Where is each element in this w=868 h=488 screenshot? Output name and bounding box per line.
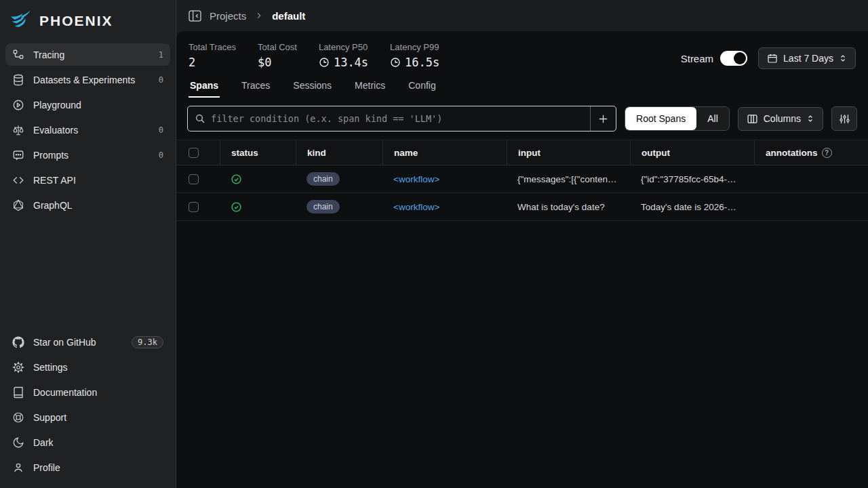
stat-total-traces: Total Traces 2	[189, 42, 236, 69]
sidebar-item-theme-dark[interactable]: Dark	[5, 431, 170, 453]
gear-icon	[12, 361, 24, 373]
tab-traces[interactable]: Traces	[240, 76, 271, 98]
sidebar-item-graphql[interactable]: GraphQL	[5, 194, 170, 216]
phoenix-bird-icon	[9, 9, 33, 33]
sidebar-item-label: Documentation	[33, 387, 97, 398]
sidebar-item-label: Profile	[33, 462, 60, 473]
sidebar-item-playground[interactable]: Playground	[5, 94, 170, 116]
column-header-status[interactable]: status	[220, 140, 296, 165]
phoenix-logo[interactable]: PHOENIX	[0, 0, 176, 43]
breadcrumb-projects[interactable]: Projects	[210, 10, 246, 22]
stat-label: Latency P99	[390, 42, 439, 52]
header-right-controls: Stream Last 7 Days	[681, 47, 856, 69]
sidebar-nav-top: Tracing 1 Datasets & Experiments 0 Playg…	[0, 43, 176, 216]
stat-label: Total Cost	[258, 42, 297, 52]
stream-label: Stream	[681, 53, 713, 64]
github-star-count-badge: 9.3k	[132, 336, 163, 348]
column-header-input[interactable]: input	[507, 140, 630, 165]
moon-icon	[12, 436, 24, 449]
logo-text: PHOENIX	[39, 13, 113, 29]
time-range-value: Last 7 Days	[783, 53, 833, 64]
sidebar-nav-bottom: Star on GitHub 9.3k Settings Documentati…	[0, 331, 176, 488]
span-name-link[interactable]: <workflow>	[393, 202, 439, 212]
evaluators-icon	[12, 124, 24, 136]
tab-sessions[interactable]: Sessions	[292, 76, 333, 98]
columns-icon	[747, 113, 758, 125]
status-ok-icon	[231, 174, 285, 185]
row-checkbox[interactable]	[176, 174, 220, 184]
stat-latency-p50: Latency P50 13.4s	[319, 42, 368, 69]
book-icon	[12, 386, 24, 399]
span-output-cell: {"id":"37785fcc-65b4-…	[630, 174, 754, 184]
column-header-kind[interactable]: kind	[296, 140, 382, 165]
stat-value[interactable]: $0	[258, 56, 297, 69]
stats-group: Total Traces 2 Total Cost $0 Latency P50…	[189, 42, 439, 69]
sidebar-item-github-star[interactable]: Star on GitHub 9.3k	[5, 331, 170, 353]
status-ok-icon	[231, 201, 285, 213]
project-panel: Total Traces 2 Total Cost $0 Latency P50…	[176, 31, 868, 488]
span-input-cell: {"messages":[{"conten…	[507, 174, 630, 184]
stat-value: 13.4s	[319, 56, 368, 69]
code-brackets-icon	[12, 174, 24, 186]
evaluators-count: 0	[159, 125, 163, 135]
sidebar: PHOENIX Tracing 1 Datasets & Experiments…	[0, 0, 176, 488]
datasets-count: 0	[159, 75, 163, 85]
stat-value: 2	[189, 56, 236, 69]
add-filter-button[interactable]	[590, 106, 616, 131]
datasets-icon	[12, 74, 24, 86]
column-header-output[interactable]: output	[630, 140, 754, 165]
help-icon[interactable]: ?	[822, 148, 832, 158]
search-icon	[195, 113, 205, 124]
person-icon	[12, 462, 24, 474]
sidebar-item-settings[interactable]: Settings	[5, 356, 170, 378]
columns-button[interactable]: Columns	[738, 107, 823, 131]
stats-bar: Total Traces 2 Total Cost $0 Latency P50…	[176, 31, 868, 76]
sidebar-item-label: Support	[33, 412, 66, 423]
clock-icon	[390, 57, 401, 68]
segment-all[interactable]: All	[696, 107, 729, 130]
sidebar-item-label: Settings	[33, 362, 68, 373]
span-kind-badge: chain	[307, 172, 340, 186]
sidebar-item-datasets[interactable]: Datasets & Experiments 0	[5, 68, 170, 91]
sidebar-item-profile[interactable]: Profile	[5, 456, 170, 479]
tab-spans[interactable]: Spans	[189, 76, 220, 98]
sidebar-item-label: Dark	[33, 437, 54, 448]
table-row[interactable]: chain <workflow> {"messages":[{"conten… …	[176, 165, 868, 193]
sidebar-item-prompts[interactable]: Prompts 0	[5, 144, 170, 166]
spans-table-body: chain <workflow> {"messages":[{"conten… …	[176, 165, 868, 488]
span-input-cell: What is today's date?	[507, 202, 630, 212]
table-row[interactable]: chain <workflow> What is today's date? T…	[176, 193, 868, 221]
chevron-up-down-icon	[806, 114, 814, 123]
chevron-up-down-icon	[839, 54, 847, 63]
sidebar-item-documentation[interactable]: Documentation	[5, 381, 170, 403]
segment-root-spans[interactable]: Root Spans	[625, 107, 696, 130]
sidebar-collapse-icon[interactable]	[189, 10, 201, 22]
project-tabs: Spans Traces Sessions Metrics Config	[176, 76, 868, 98]
stat-total-cost: Total Cost $0	[258, 42, 297, 69]
stream-toggle[interactable]	[720, 51, 747, 66]
stream-control: Stream	[681, 51, 747, 66]
time-range-selector[interactable]: Last 7 Days	[758, 47, 856, 69]
select-all-checkbox[interactable]	[176, 148, 220, 158]
tab-config[interactable]: Config	[407, 76, 437, 98]
sidebar-item-rest-api[interactable]: REST API	[5, 169, 170, 191]
filter-condition-input[interactable]	[211, 106, 590, 131]
tab-metrics[interactable]: Metrics	[353, 76, 387, 98]
sidebar-item-label: REST API	[33, 175, 76, 186]
spans-toolbar: Root Spans All Columns	[176, 98, 868, 140]
sidebar-item-evaluators[interactable]: Evaluators 0	[5, 119, 170, 141]
span-output-cell: Today's date is 2026-…	[630, 202, 754, 212]
prompts-icon	[12, 149, 24, 161]
column-header-annotations[interactable]: annotations ?	[754, 140, 868, 165]
columns-label: Columns	[764, 113, 801, 124]
display-settings-button[interactable]	[831, 106, 857, 131]
sidebar-item-support[interactable]: Support	[5, 406, 170, 428]
sidebar-item-tracing[interactable]: Tracing 1	[5, 43, 170, 66]
filter-condition-box	[187, 106, 616, 131]
column-header-name[interactable]: name	[382, 140, 507, 165]
github-icon	[12, 336, 24, 348]
span-filter-segmented-control: Root Spans All	[625, 106, 730, 131]
tracing-count: 1	[159, 50, 163, 60]
span-name-link[interactable]: <workflow>	[393, 174, 439, 184]
row-checkbox[interactable]	[176, 202, 220, 212]
